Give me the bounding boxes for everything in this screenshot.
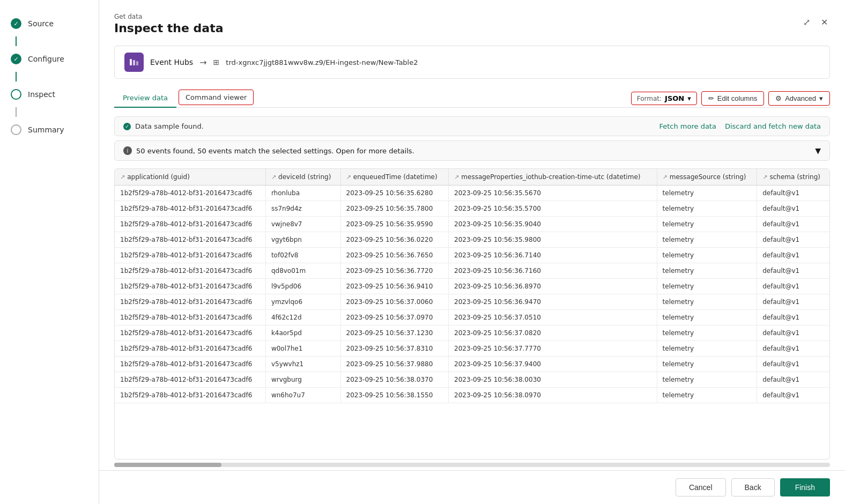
edit-columns-label: Edit columns bbox=[717, 94, 757, 102]
scrollbar-thumb bbox=[114, 463, 221, 467]
connector-configure-inspect bbox=[16, 72, 17, 81]
cell-applicationId: 1b2f5f29-a78b-4012-bf31-2016473cadf6 bbox=[115, 341, 265, 357]
cell-applicationId: 1b2f5f29-a78b-4012-bf31-2016473cadf6 bbox=[115, 232, 265, 248]
tabs: Preview data Command viewer bbox=[114, 90, 254, 107]
cell-schema: default@v1 bbox=[757, 279, 829, 294]
col-schema[interactable]: ↗schema (string) bbox=[757, 169, 829, 186]
cell-deviceId: vgyt6bpn bbox=[265, 232, 340, 248]
cell-messageSource: telemetry bbox=[657, 310, 757, 325]
cell-schema: default@v1 bbox=[757, 372, 829, 388]
footer: Cancel Back Finish bbox=[99, 470, 845, 504]
status-dot-icon: ✓ bbox=[123, 123, 131, 130]
cell-schema: default@v1 bbox=[757, 248, 829, 263]
status-left: ✓ Data sample found. bbox=[123, 122, 204, 130]
cell-enqueuedTime: 2023-09-25 10:56:35.7800 bbox=[340, 201, 449, 217]
data-status-bar: ✓ Data sample found. Fetch more data Dis… bbox=[114, 116, 830, 136]
format-chevron-icon: ▾ bbox=[687, 94, 691, 102]
table-row: 1b2f5f29-a78b-4012-bf31-2016473cadf64f62… bbox=[115, 310, 829, 325]
sidebar-item-source[interactable]: ✓ Source bbox=[0, 11, 99, 36]
cell-messageSource: telemetry bbox=[657, 248, 757, 263]
edit-columns-button[interactable]: ✏ Edit columns bbox=[701, 91, 764, 106]
page-title: Inspect the data bbox=[114, 21, 224, 35]
events-expand-icon[interactable]: ▼ bbox=[815, 146, 821, 155]
source-path: trd-xgnxc7jjgt881wwv8w.z9/EH-ingest-new/… bbox=[226, 58, 418, 66]
breadcrumb: Get data bbox=[114, 13, 224, 20]
step-circle-summary bbox=[11, 124, 21, 135]
table-row: 1b2f5f29-a78b-4012-bf31-2016473cadf6v5yw… bbox=[115, 357, 829, 372]
cell-enqueuedTime: 2023-09-25 10:56:37.9880 bbox=[340, 357, 449, 372]
sidebar-item-inspect-label: Inspect bbox=[28, 90, 55, 99]
advanced-chevron-icon: ▾ bbox=[819, 94, 823, 102]
cell-messageSource: telemetry bbox=[657, 263, 757, 279]
page-header-left: Get data Inspect the data bbox=[114, 13, 224, 35]
tab-preview[interactable]: Preview data bbox=[114, 90, 176, 108]
cell-applicationId: 1b2f5f29-a78b-4012-bf31-2016473cadf6 bbox=[115, 294, 265, 310]
format-selector[interactable]: Format: JSON ▾ bbox=[631, 92, 697, 105]
connector-inspect-summary bbox=[16, 107, 17, 117]
cell-applicationId: 1b2f5f29-a78b-4012-bf31-2016473cadf6 bbox=[115, 263, 265, 279]
col-messageProperties[interactable]: ↗messageProperties_iothub-creation-time-… bbox=[449, 169, 657, 186]
table-row: 1b2f5f29-a78b-4012-bf31-2016473cadf6l9v5… bbox=[115, 279, 829, 294]
info-icon: i bbox=[123, 146, 132, 155]
sidebar-item-configure[interactable]: ✓ Configure bbox=[0, 46, 99, 72]
cell-schema: default@v1 bbox=[757, 310, 829, 325]
source-bar: Event Hubs → ⊞ trd-xgnxc7jjgt881wwv8w.z9… bbox=[114, 46, 830, 79]
cell-messageProperties: 2023-09-25 10:56:35.9040 bbox=[449, 217, 657, 232]
footer-right: Cancel Back Finish bbox=[676, 478, 830, 496]
sidebar-item-summary[interactable]: Summary bbox=[0, 117, 99, 143]
tab-command-viewer[interactable]: Command viewer bbox=[179, 90, 254, 105]
data-table-wrapper[interactable]: ↗applicationId (guid) ↗deviceId (string)… bbox=[114, 168, 830, 459]
main-panel: Get data Inspect the data ⤢ ✕ Event Hubs… bbox=[99, 0, 845, 504]
finish-button[interactable]: Finish bbox=[780, 478, 830, 496]
table-row: 1b2f5f29-a78b-4012-bf31-2016473cadf6ss7n… bbox=[115, 201, 829, 217]
cancel-button[interactable]: Cancel bbox=[676, 478, 726, 496]
table-row: 1b2f5f29-a78b-4012-bf31-2016473cadf6qd8v… bbox=[115, 263, 829, 279]
close-button[interactable]: ✕ bbox=[819, 15, 830, 29]
cell-messageProperties: 2023-09-25 10:56:37.7770 bbox=[449, 341, 657, 357]
expand-button[interactable]: ⤢ bbox=[801, 15, 812, 29]
sidebar-item-inspect[interactable]: Inspect bbox=[0, 81, 99, 107]
cell-enqueuedTime: 2023-09-25 10:56:38.1550 bbox=[340, 388, 449, 403]
table-row: 1b2f5f29-a78b-4012-bf31-2016473cadf6k4ao… bbox=[115, 325, 829, 341]
sidebar-item-summary-label: Summary bbox=[28, 125, 64, 134]
cell-schema: default@v1 bbox=[757, 232, 829, 248]
col-enqueuedTime[interactable]: ↗enqueuedTime (datetime) bbox=[340, 169, 449, 186]
advanced-label: Advanced bbox=[785, 94, 816, 102]
col-messageSource[interactable]: ↗messageSource (string) bbox=[657, 169, 757, 186]
page-header: Get data Inspect the data ⤢ ✕ bbox=[114, 13, 830, 35]
svg-rect-2 bbox=[136, 61, 138, 65]
col-deviceId[interactable]: ↗deviceId (string) bbox=[265, 169, 340, 186]
cell-deviceId: tof02fv8 bbox=[265, 248, 340, 263]
back-button[interactable]: Back bbox=[731, 478, 775, 496]
horizontal-scrollbar[interactable] bbox=[114, 463, 830, 467]
cell-schema: default@v1 bbox=[757, 294, 829, 310]
discard-fetch-link[interactable]: Discard and fetch new data bbox=[725, 122, 821, 130]
cell-applicationId: 1b2f5f29-a78b-4012-bf31-2016473cadf6 bbox=[115, 248, 265, 263]
cell-applicationId: 1b2f5f29-a78b-4012-bf31-2016473cadf6 bbox=[115, 388, 265, 403]
advanced-button[interactable]: ⚙ Advanced ▾ bbox=[768, 91, 830, 106]
fetch-more-link[interactable]: Fetch more data bbox=[659, 122, 716, 130]
cell-enqueuedTime: 2023-09-25 10:56:37.8310 bbox=[340, 341, 449, 357]
cell-messageSource: telemetry bbox=[657, 186, 757, 201]
cell-deviceId: l9v5pd06 bbox=[265, 279, 340, 294]
step-circle-source: ✓ bbox=[11, 18, 21, 29]
cell-deviceId: rhonluba bbox=[265, 186, 340, 201]
source-name: Event Hubs bbox=[150, 58, 193, 66]
cell-enqueuedTime: 2023-09-25 10:56:35.9590 bbox=[340, 217, 449, 232]
sidebar-item-configure-label: Configure bbox=[28, 55, 64, 63]
cell-messageProperties: 2023-09-25 10:56:37.0820 bbox=[449, 325, 657, 341]
cell-enqueuedTime: 2023-09-25 10:56:36.7720 bbox=[340, 263, 449, 279]
cell-messageSource: telemetry bbox=[657, 279, 757, 294]
cell-schema: default@v1 bbox=[757, 388, 829, 403]
col-applicationId[interactable]: ↗applicationId (guid) bbox=[115, 169, 265, 186]
cell-messageProperties: 2023-09-25 10:56:36.7160 bbox=[449, 263, 657, 279]
table-icon: ⊞ bbox=[213, 58, 220, 66]
cell-deviceId: wn6ho7u7 bbox=[265, 388, 340, 403]
format-value: JSON bbox=[665, 94, 684, 102]
step-circle-inspect bbox=[11, 89, 21, 100]
eventhubs-icon bbox=[124, 53, 144, 72]
cell-messageProperties: 2023-09-25 10:56:37.9400 bbox=[449, 357, 657, 372]
cell-applicationId: 1b2f5f29-a78b-4012-bf31-2016473cadf6 bbox=[115, 186, 265, 201]
table-row: 1b2f5f29-a78b-4012-bf31-2016473cadf6w0ol… bbox=[115, 341, 829, 357]
cell-deviceId: v5ywvhz1 bbox=[265, 357, 340, 372]
